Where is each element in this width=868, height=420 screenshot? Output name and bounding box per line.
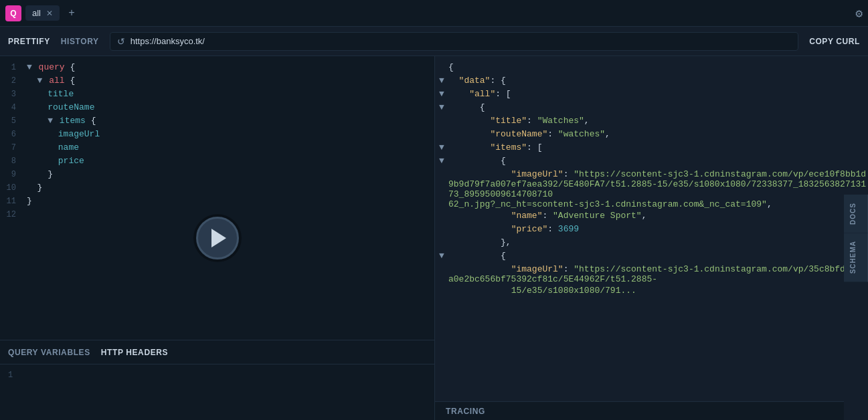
routename-field: routeName bbox=[48, 102, 94, 112]
url-text: https://banksyco.tk/ bbox=[131, 36, 205, 46]
line-content-8: price bbox=[27, 156, 434, 166]
line-content-9: } bbox=[27, 169, 434, 179]
title-field: title bbox=[48, 89, 74, 99]
copy-curl-button[interactable]: COPY CURL bbox=[809, 37, 860, 46]
resp-line-3: ▼ "all": [ bbox=[435, 88, 868, 102]
resp-line-13: ▼ { bbox=[435, 250, 868, 264]
tab-bar: Q all ✕ + ⚙ bbox=[0, 0, 868, 27]
active-tab[interactable]: all ✕ bbox=[25, 5, 60, 21]
query-keyword: query bbox=[39, 62, 65, 72]
line-num-11: 11 bbox=[0, 196, 27, 206]
resp-line-6: "routeName": "watches", bbox=[435, 128, 868, 142]
schema-button[interactable]: SCHEMA bbox=[844, 233, 868, 282]
resp-arrow-13[interactable]: ▼ bbox=[435, 251, 448, 261]
bottom-panel: QUERY VARIABLES HTTP HEADERS 1 bbox=[0, 340, 434, 420]
code-line-2: 2 ▼ all { bbox=[0, 75, 434, 88]
name-field: name bbox=[58, 142, 79, 152]
line-content-5: ▼ items { bbox=[27, 116, 434, 126]
code-line-5: 5 ▼ items { bbox=[0, 115, 434, 128]
side-buttons: DOCS SCHEMA bbox=[844, 56, 868, 420]
resp-arrow-2[interactable]: ▼ bbox=[435, 76, 448, 86]
url-bar[interactable]: ↺ https://banksyco.tk/ bbox=[110, 32, 798, 51]
line-content-1: ▼ query { bbox=[27, 62, 434, 72]
play-button[interactable] bbox=[196, 217, 239, 259]
line-num-1: 1 bbox=[0, 62, 27, 72]
bottom-tabs: QUERY VARIABLES HTTP HEADERS bbox=[0, 340, 434, 364]
settings-icon[interactable]: ⚙ bbox=[855, 6, 863, 21]
http-headers-tab[interactable]: HTTP HEADERS bbox=[101, 348, 168, 357]
resp-line-4: ▼ { bbox=[435, 102, 868, 115]
line-num-8: 8 bbox=[0, 156, 27, 166]
docs-button[interactable]: DOCS bbox=[844, 195, 868, 233]
line-content-7: name bbox=[27, 142, 434, 152]
line-content-6: imageUrl bbox=[27, 129, 434, 139]
code-line-8: 8 price bbox=[0, 155, 434, 169]
items-field: items bbox=[60, 116, 86, 126]
resp-arrow-3[interactable]: ▼ bbox=[435, 89, 448, 99]
tracing-bar: TRACING bbox=[435, 401, 844, 420]
code-line-4: 4 routeName bbox=[0, 102, 434, 115]
line-num-5: 5 bbox=[0, 116, 27, 126]
line-num-9: 9 bbox=[0, 169, 27, 179]
code-line-10: 10 } bbox=[0, 182, 434, 195]
imageurl-field: imageUrl bbox=[58, 129, 100, 139]
collapse-arrow-2[interactable]: ▼ bbox=[37, 76, 48, 86]
resp-line-7: ▼ "items": [ bbox=[435, 142, 868, 155]
code-line-6: 6 imageUrl bbox=[0, 128, 434, 142]
play-button-container bbox=[196, 217, 239, 259]
reload-icon[interactable]: ↺ bbox=[117, 36, 125, 47]
add-tab-button[interactable]: + bbox=[64, 5, 80, 21]
main-content: 1 ▼ query { 2 ▼ all { 3 title 4 routeNam… bbox=[0, 56, 868, 420]
line-content-10: } bbox=[27, 183, 434, 193]
resp-line-14: "imageUrl": "https://scontent-sjc3-1.cdn… bbox=[435, 264, 868, 285]
tab-label: all bbox=[32, 8, 41, 18]
code-line-3: 3 title bbox=[0, 88, 434, 102]
collapse-arrow-1[interactable]: ▼ bbox=[27, 62, 37, 72]
resp-line-15: 15/e35/s1080x1080/791... bbox=[435, 285, 868, 298]
line-num-10: 10 bbox=[0, 183, 27, 193]
code-line-9: 9 } bbox=[0, 169, 434, 182]
play-icon bbox=[211, 229, 226, 247]
resp-line-11: "price": 3699 bbox=[435, 223, 868, 237]
price-field: price bbox=[58, 156, 84, 166]
resp-line-12: }, bbox=[435, 237, 868, 250]
tab-close-icon[interactable]: ✕ bbox=[46, 9, 53, 18]
resp-arrow-8[interactable]: ▼ bbox=[435, 156, 448, 166]
resp-arrow-4[interactable]: ▼ bbox=[435, 102, 448, 112]
resp-line-1: { bbox=[435, 62, 868, 75]
resp-line-8: ▼ { bbox=[435, 155, 868, 169]
app-logo: Q bbox=[5, 5, 21, 21]
bottom-line-num: 1 bbox=[8, 371, 13, 380]
bottom-content[interactable]: 1 bbox=[0, 364, 434, 420]
editor-panel: 1 ▼ query { 2 ▼ all { 3 title 4 routeNam… bbox=[0, 56, 435, 420]
line-num-2: 2 bbox=[0, 76, 27, 86]
line-num-7: 7 bbox=[0, 142, 27, 152]
line-content-4: routeName bbox=[27, 102, 434, 112]
query-variables-tab[interactable]: QUERY VARIABLES bbox=[8, 348, 90, 357]
collapse-arrow-5[interactable]: ▼ bbox=[37, 116, 58, 126]
line-num-4: 4 bbox=[0, 102, 27, 112]
tracing-label[interactable]: TRACING bbox=[446, 407, 485, 416]
resp-line-10: "name": "Adventure Sport", bbox=[435, 210, 868, 223]
code-line-1: 1 ▼ query { bbox=[0, 62, 434, 75]
resp-line-2: ▼ "data": { bbox=[435, 75, 868, 88]
toolbar: PRETTIFY HISTORY ↺ https://banksyco.tk/ … bbox=[0, 27, 868, 56]
resp-line-9: "imageUrl": "https://scontent-sjc3-1.cdn… bbox=[435, 169, 868, 210]
line-num-6: 6 bbox=[0, 129, 27, 139]
all-keyword: all bbox=[49, 76, 64, 86]
line-content-3: title bbox=[27, 89, 434, 99]
history-button[interactable]: HISTORY bbox=[61, 34, 99, 49]
resp-line-5: "title": "Watches", bbox=[435, 115, 868, 128]
line-content-11: } bbox=[27, 196, 434, 206]
prettify-button[interactable]: PRETTIFY bbox=[8, 34, 50, 49]
line-content-2: ▼ all { bbox=[27, 76, 434, 86]
resp-arrow-7[interactable]: ▼ bbox=[435, 142, 448, 152]
line-num-12: 12 bbox=[0, 209, 27, 219]
line-num-3: 3 bbox=[0, 89, 27, 99]
code-line-11: 11 } bbox=[0, 195, 434, 209]
editor-area[interactable]: 1 ▼ query { 2 ▼ all { 3 title 4 routeNam… bbox=[0, 56, 434, 340]
response-panel[interactable]: { ▼ "data": { ▼ "all": [ ▼ { "title": "W… bbox=[435, 56, 868, 420]
code-line-7: 7 name bbox=[0, 142, 434, 155]
